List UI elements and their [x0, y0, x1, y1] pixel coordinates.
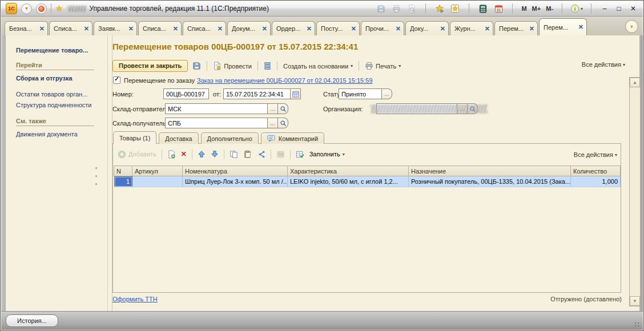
warehouse-from-select-button[interactable]: ... [268, 103, 278, 114]
minimize-button[interactable]: – [599, 5, 610, 13]
post-button[interactable]: Провести [211, 60, 253, 71]
favorites-manage-icon[interactable] [449, 3, 461, 14]
column-header-quantity[interactable]: Количество [571, 166, 621, 176]
warehouse-to-select-button[interactable]: ... [268, 118, 278, 128]
tab-spisanie-3[interactable]: Списа...✕ [183, 21, 226, 35]
scroll-down-button[interactable]: ▼ [630, 296, 640, 306]
tab-beznal[interactable]: Безна...✕ [5, 21, 48, 35]
save-icon[interactable] [375, 3, 387, 14]
tab-dokument-1[interactable]: Докум...✕ [227, 21, 271, 35]
cell-article[interactable] [132, 176, 183, 187]
close-icon[interactable]: ✕ [485, 25, 490, 33]
tab-additional[interactable]: Дополнительно [201, 132, 259, 144]
service-info-button[interactable]: i ▾ [570, 4, 583, 13]
cell-nomenclature[interactable]: Шприц Луер-Лок 3-х комп. 50 мл /... [183, 176, 288, 187]
column-header-n[interactable]: N [114, 166, 132, 176]
tab-peremeshchenie-1[interactable]: Перем...✕ [494, 21, 538, 35]
ttn-link[interactable]: Оформить ТТН [112, 296, 158, 302]
sidebar-item-transfer[interactable]: Перемещение товаро... [16, 47, 99, 54]
move-up-button[interactable] [196, 150, 207, 159]
memory-m-button[interactable]: M [521, 5, 527, 12]
close-icon[interactable]: ✕ [173, 25, 178, 33]
column-header-nomenclature[interactable]: Номенклатура [183, 166, 288, 176]
tab-zayavka[interactable]: Заявк...✕ [94, 21, 137, 35]
table-row[interactable]: 1 Шприц Луер-Лок 3-х комп. 50 мл /... LE… [114, 176, 621, 187]
column-header-characteristic[interactable]: Характеристика [288, 166, 409, 176]
status-input[interactable] [339, 88, 382, 99]
column-header-purpose[interactable]: Назначение [409, 166, 571, 176]
memory-m-plus-button[interactable]: M+ [532, 5, 542, 12]
close-button[interactable]: ✕ [628, 5, 638, 13]
history-button[interactable]: История... [6, 314, 58, 327]
paste-button[interactable] [242, 150, 253, 159]
tab-dokument-2[interactable]: Доку...✕ [405, 21, 449, 35]
close-icon[interactable]: ✕ [128, 25, 134, 33]
print-menu-button[interactable]: Печать ▾ [363, 60, 402, 71]
status-select-button[interactable]: ... [382, 88, 392, 99]
add-favorite-icon[interactable] [434, 3, 445, 14]
journal-button[interactable] [262, 60, 273, 71]
tab-comment[interactable]: Комментарий [261, 132, 324, 144]
add-copy-button[interactable] [166, 150, 177, 159]
fill-menu-button[interactable]: Заполнить ▾ [308, 150, 346, 158]
move-down-button[interactable] [210, 150, 220, 159]
record-button[interactable] [36, 3, 47, 14]
column-header-article[interactable]: Артикул [132, 166, 183, 176]
close-icon[interactable]: ✕ [39, 25, 45, 33]
sidebar-item-stock-remains[interactable]: Остатки товаров орган... [16, 91, 99, 98]
delete-row-button[interactable]: ✕ [180, 150, 188, 159]
warehouse-to-open-button[interactable] [278, 118, 288, 128]
check-fill-table-button[interactable] [295, 150, 305, 159]
save-button[interactable] [191, 60, 203, 71]
sidebar-item-subordination[interactable]: Структура подчиненности [16, 102, 99, 108]
tab-postuplenie[interactable]: Посту...✕ [316, 21, 360, 35]
all-actions-button[interactable]: Все действия ▾ [582, 61, 625, 68]
tab-order[interactable]: Ордер...✕ [272, 21, 315, 35]
tab-spisanie-1[interactable]: Списа...✕ [49, 21, 92, 35]
cell-row-number[interactable]: 1 [114, 176, 132, 187]
tab-goods[interactable]: Товары (1) [113, 131, 156, 144]
print-preview-icon[interactable] [406, 3, 417, 14]
warehouse-from-input[interactable] [165, 103, 268, 114]
sidebar-item-assembly-shipment[interactable]: Сборка и отгрузка [16, 75, 99, 82]
close-icon[interactable]: ✕ [440, 25, 445, 33]
warehouse-from-open-button[interactable] [278, 103, 288, 114]
maximize-button[interactable]: □ [614, 5, 624, 13]
close-icon[interactable]: ✕ [529, 25, 534, 33]
order-link[interactable]: Заказ на перемещение 00ЦБ-000027 от 02.0… [197, 77, 373, 84]
close-icon[interactable]: ✕ [307, 25, 312, 33]
create-based-on-button[interactable]: Создать на основании ▾ [281, 62, 355, 71]
resize-grip-icon[interactable] [634, 322, 640, 328]
tab-delivery[interactable]: Доставка [159, 132, 198, 144]
close-icon[interactable]: ✕ [218, 25, 223, 33]
tab-peremeshchenie-active[interactable]: Перем...✕ [539, 18, 587, 35]
memory-m-minus-button[interactable]: M- [545, 5, 554, 12]
close-icon[interactable]: ✕ [84, 25, 89, 33]
copy-button[interactable] [228, 150, 239, 159]
calendar-icon[interactable]: 31 [493, 3, 504, 14]
tab-zhurnal[interactable]: Журн...✕ [450, 21, 493, 35]
print-icon[interactable] [391, 3, 402, 14]
tab-overflow-button[interactable]: ▾ [625, 20, 638, 33]
form-scrollbar[interactable]: ▲ ▼ [629, 77, 641, 306]
add-row-button[interactable]: Добавить [116, 150, 158, 159]
close-icon[interactable]: ✕ [262, 25, 267, 33]
cell-characteristic[interactable]: LEIKO injekto, 50/60 мл, с иглой 1,2... [288, 176, 409, 187]
cell-purpose[interactable]: Розничный покупатель, 00ЦБ-1335, 10.04.2… [409, 176, 571, 187]
share-button[interactable] [256, 150, 267, 159]
close-icon[interactable]: ✕ [396, 25, 401, 33]
order-checkbox[interactable]: ✓ [113, 76, 120, 84]
main-menu-button[interactable]: ▾ [21, 3, 32, 14]
post-and-close-button[interactable]: Провести и закрыть [112, 60, 188, 72]
favorites-star-icon[interactable]: ★ [55, 3, 63, 14]
splitter-handle[interactable] [95, 167, 98, 188]
scroll-up-button[interactable]: ▲ [630, 78, 640, 87]
tab-prochie[interactable]: Прочи...✕ [361, 21, 404, 35]
sidebar-item-document-movements[interactable]: Движения документа [16, 131, 99, 138]
close-icon[interactable]: ✕ [578, 23, 583, 31]
cell-quantity[interactable]: 1,000 [571, 176, 621, 187]
warehouse-to-input[interactable] [165, 118, 268, 128]
close-icon[interactable]: ✕ [351, 25, 356, 33]
calculator-icon[interactable] [477, 3, 489, 14]
barcode-scan-button[interactable] [275, 150, 286, 159]
